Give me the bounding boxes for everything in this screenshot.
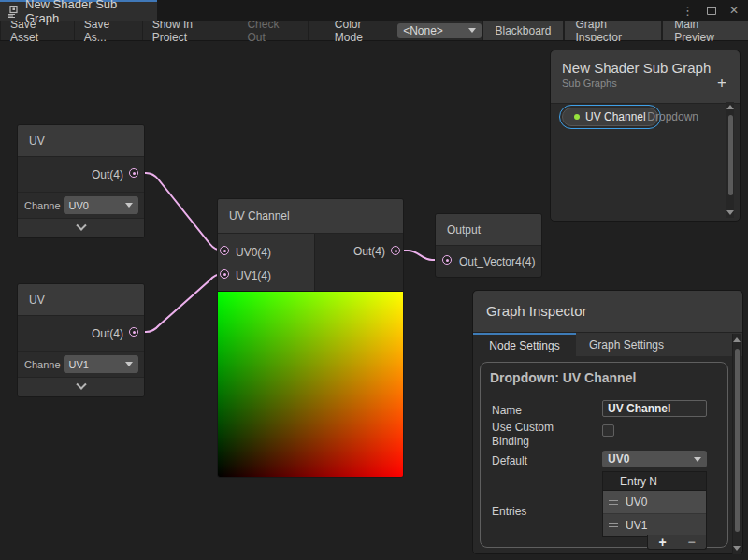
default-value: UV0 — [608, 452, 629, 466]
property-pill-uv-channel[interactable]: UV Channel — [562, 108, 658, 126]
maximize-icon[interactable] — [707, 7, 716, 15]
check-out-button: Check Out — [237, 21, 308, 40]
wire-uv0-to-uvchannel[interactable] — [134, 173, 224, 251]
graph-canvas[interactable]: UV Out(4) Channe UV0 UV Out(4) Channe UV… — [0, 41, 748, 560]
property-selection-outline: UV Channel — [559, 105, 661, 129]
drag-handle-icon[interactable] — [609, 500, 618, 505]
window-controls: ⋮ ✕ — [682, 0, 748, 21]
port-uv-top-out[interactable] — [129, 168, 138, 178]
dropdown-arrow-icon — [125, 203, 133, 208]
node-uv-channel[interactable]: UV Channel UV0(4) UV1(4) Out(4) — [217, 198, 404, 478]
blackboard-toggle-button[interactable]: Blackboard — [482, 21, 562, 40]
color-mode-value: <None> — [403, 24, 443, 37]
default-dropdown[interactable]: UV0 — [602, 451, 707, 467]
entries-list-header: Entry N — [603, 472, 706, 491]
output-port-column: Out(4) — [314, 234, 403, 291]
port-uvchannel-uv1-in[interactable] — [220, 269, 229, 279]
input-port-row: UV0(4) — [218, 240, 314, 264]
scroll-up-icon[interactable] — [733, 337, 741, 342]
settings-section-title: Dropdown: UV Channel — [481, 363, 727, 385]
channel-control-row: Channe UV0 — [18, 192, 144, 218]
dropdown-arrow-icon — [125, 362, 133, 366]
graph-inspector-toggle-button[interactable]: Graph Inspector — [563, 21, 662, 40]
input-port-row: UV1(4) — [218, 264, 314, 287]
scroll-up-icon[interactable] — [726, 105, 734, 109]
node-title[interactable]: UV — [18, 125, 144, 157]
use-custom-binding-checkbox[interactable] — [602, 424, 614, 437]
dropdown-arrow-icon — [468, 28, 476, 33]
drag-handle-icon[interactable] — [609, 523, 618, 527]
node-title[interactable]: Output — [436, 214, 541, 246]
show-in-project-button[interactable]: Show In Project — [143, 21, 238, 40]
node-uv-top[interactable]: UV Out(4) Channe UV0 — [17, 124, 145, 238]
close-icon[interactable]: ✕ — [729, 5, 739, 16]
node-title[interactable]: UV — [18, 284, 144, 316]
entries-list: Entry N UV0 UV1 — [602, 471, 707, 537]
document-tab[interactable]: New Shader Sub Graph — [0, 0, 157, 21]
blackboard-panel[interactable]: New Shader Sub Graph Sub Graphs + UV Cha… — [550, 50, 741, 222]
entry-value: UV0 — [626, 495, 647, 509]
channel-dropdown[interactable]: UV0 — [64, 196, 138, 214]
color-mode-dropdown[interactable]: <None> — [397, 23, 482, 38]
port-uvchannel-out[interactable] — [391, 246, 400, 255]
window-tab-bar: New Shader Sub Graph ⋮ ✕ — [0, 0, 748, 21]
scrollbar-thumb[interactable] — [728, 115, 733, 195]
node-collapse-bar[interactable] — [18, 377, 144, 396]
entries-row[interactable]: UV1 — [603, 513, 706, 536]
output-port-row: Out(4) — [315, 234, 403, 269]
entries-label: Entries — [492, 505, 526, 518]
output-port-label: Out(4) — [92, 327, 123, 340]
channel-dropdown[interactable]: UV1 — [64, 355, 138, 373]
property-name: UV Channel — [585, 110, 646, 123]
inspector-scrollbar[interactable] — [732, 334, 741, 554]
name-input[interactable] — [602, 400, 707, 417]
node-uv-bottom[interactable]: UV Out(4) Channe UV1 — [17, 283, 145, 397]
exposed-dot-icon — [574, 114, 580, 120]
name-label: Name — [492, 404, 522, 417]
entries-row[interactable]: UV0 — [603, 491, 706, 513]
add-entry-button[interactable]: + — [658, 536, 666, 549]
node-title[interactable]: UV Channel — [218, 199, 403, 234]
tab-graph-settings[interactable]: Graph Settings — [576, 333, 677, 356]
inspector-tab-bar: Node Settings Graph Settings — [473, 333, 742, 356]
use-custom-binding-label: Use Custom Binding — [492, 421, 581, 449]
add-property-button[interactable]: + — [717, 75, 726, 91]
tab-title: New Shader Sub Graph — [25, 0, 148, 25]
node-collapse-bar[interactable] — [18, 218, 144, 237]
scrollbar-thumb[interactable] — [735, 349, 740, 532]
kebab-menu-icon[interactable]: ⋮ — [682, 5, 694, 17]
chevron-down-icon — [76, 380, 86, 390]
color-mode-group: Color Mode <None> — [335, 21, 482, 40]
wire-uv1-to-uvchannel[interactable] — [134, 274, 224, 332]
remove-entry-button[interactable]: − — [687, 536, 695, 549]
inspector-title: Graph Inspector — [473, 291, 742, 331]
chevron-down-icon — [76, 221, 86, 231]
tab-node-settings[interactable]: Node Settings — [473, 333, 576, 356]
panel-toggle-group: Blackboard Graph Inspector Main Preview — [482, 21, 748, 40]
port-output-in[interactable] — [442, 255, 452, 265]
dropdown-arrow-icon — [694, 457, 701, 462]
entry-value: UV1 — [626, 519, 647, 532]
port-uvchannel-uv0-in[interactable] — [220, 246, 229, 255]
blackboard-scrollbar[interactable] — [726, 102, 734, 218]
default-label: Default — [492, 454, 527, 467]
channel-label: Channe — [24, 200, 61, 211]
scroll-down-icon[interactable] — [733, 546, 741, 551]
input-port-label: UV1(4) — [236, 269, 271, 282]
main-preview-toggle-button[interactable]: Main Preview — [661, 21, 748, 40]
channel-value: UV0 — [69, 200, 89, 211]
input-port-label: Out_Vector4(4) — [459, 255, 535, 268]
node-output[interactable]: Output Out_Vector4(4) — [435, 213, 542, 278]
blackboard-header: New Shader Sub Graph Sub Graphs + — [551, 50, 740, 104]
inspector-content: Dropdown: UV Channel Name Use Custom Bin… — [473, 356, 742, 553]
node-output-row: Out(4) — [18, 316, 144, 351]
inspector-header: Graph Inspector — [473, 291, 742, 333]
color-mode-label: Color Mode — [335, 18, 390, 44]
port-uv-bottom-out[interactable] — [129, 327, 138, 337]
input-port-column: UV0(4) UV1(4) — [218, 234, 314, 291]
node-output-row: Out(4) — [18, 157, 144, 192]
property-type-label: Dropdown — [647, 110, 698, 123]
blackboard-title: New Shader Sub Graph — [551, 50, 740, 78]
scroll-down-icon[interactable] — [726, 210, 734, 215]
graph-inspector-panel[interactable]: Graph Inspector Node Settings Graph Sett… — [472, 290, 743, 554]
